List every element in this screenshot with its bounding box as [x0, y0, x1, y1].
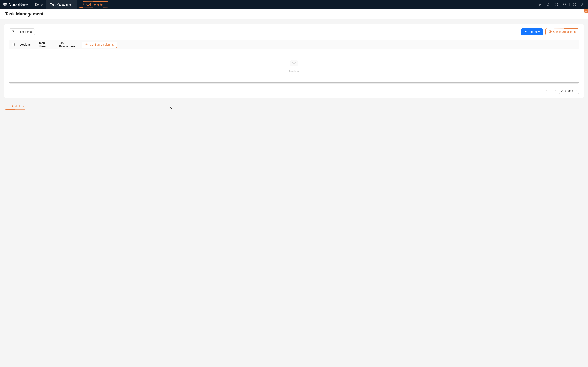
plus-icon — [8, 105, 10, 108]
user-icon[interactable] — [579, 0, 587, 9]
configure-actions-label: Configure actions — [553, 30, 576, 33]
top-navbar: NocoBase Demo Task Management Add menu i… — [0, 0, 588, 9]
logo-icon — [3, 2, 7, 7]
gear-icon — [549, 30, 552, 34]
next-page-button[interactable] — [554, 90, 557, 92]
nav-tab-task-management[interactable]: Task Management — [46, 0, 77, 9]
plugin-icon[interactable] — [544, 0, 552, 9]
add-menu-item-label: Add menu item — [86, 3, 105, 6]
add-menu-item-button[interactable]: Add menu item — [79, 1, 108, 8]
svg-point-2 — [556, 4, 557, 5]
prev-page-button[interactable] — [545, 90, 548, 92]
svg-point-3 — [573, 3, 576, 6]
column-actions[interactable]: Actions — [17, 40, 36, 49]
table-empty-state: No data — [9, 49, 579, 82]
svg-point-5 — [582, 3, 583, 4]
column-task-name[interactable]: Task Name — [36, 40, 56, 49]
add-new-button[interactable]: Add new — [521, 28, 543, 35]
table-block: 1 filter items Add new Configure actions — [4, 24, 584, 98]
pagination: 1 20 / page — [9, 88, 579, 94]
select-all-column — [9, 40, 17, 49]
current-page[interactable]: 1 — [550, 89, 552, 92]
brand-logo[interactable]: NocoBase — [3, 0, 31, 9]
ui-editor-toggle[interactable] — [584, 9, 588, 13]
help-icon[interactable] — [571, 0, 579, 9]
bell-icon[interactable] — [561, 0, 569, 9]
nav-tabs: Demo Task Management — [31, 0, 77, 9]
page-size-label: 20 / page — [561, 89, 573, 92]
filter-icon — [12, 30, 15, 33]
svg-point-11 — [550, 31, 551, 32]
horizontal-scrollbar[interactable] — [9, 82, 579, 83]
svg-rect-6 — [585, 10, 587, 10]
column-task-description[interactable]: Task Description — [56, 40, 80, 49]
scrollbar-thumb[interactable] — [9, 82, 579, 83]
nav-right-icons — [536, 0, 588, 9]
configure-actions-button[interactable]: Configure actions — [545, 28, 579, 35]
logo-text: NocoBase — [9, 2, 29, 7]
add-block-button[interactable]: Add block — [4, 103, 27, 110]
configure-columns-button[interactable]: Configure columns — [82, 42, 117, 48]
add-block-label: Add block — [12, 105, 24, 108]
filter-button[interactable]: 1 filter items — [9, 28, 35, 35]
column-configure: Configure columns — [80, 40, 120, 49]
svg-point-12 — [86, 44, 87, 45]
nav-tab-demo[interactable]: Demo — [31, 0, 46, 9]
page-size-select[interactable]: 20 / page — [559, 88, 579, 94]
plus-icon — [82, 3, 85, 6]
empty-inbox-icon — [289, 59, 299, 67]
highlighter-icon[interactable] — [536, 0, 544, 9]
page-header: Task Management — [0, 9, 588, 19]
select-all-checkbox[interactable] — [12, 43, 15, 46]
plus-icon — [524, 30, 527, 33]
filter-label: 1 filter items — [16, 30, 32, 33]
table-header-row: Actions Task Name Task Description Confi… — [9, 40, 579, 49]
svg-rect-8 — [585, 11, 587, 12]
table-toolbar: 1 filter items Add new Configure actions — [9, 28, 579, 35]
gear-icon — [85, 43, 88, 46]
empty-text: No data — [289, 69, 299, 73]
page-title: Task Management — [5, 11, 583, 17]
gear-icon[interactable] — [552, 0, 561, 9]
chevron-down-icon — [575, 89, 577, 92]
add-new-label: Add new — [528, 30, 540, 33]
configure-columns-label: Configure columns — [90, 43, 114, 46]
content-area: 1 filter items Add new Configure actions — [0, 19, 588, 114]
data-table: Actions Task Name Task Description Confi… — [9, 40, 579, 83]
